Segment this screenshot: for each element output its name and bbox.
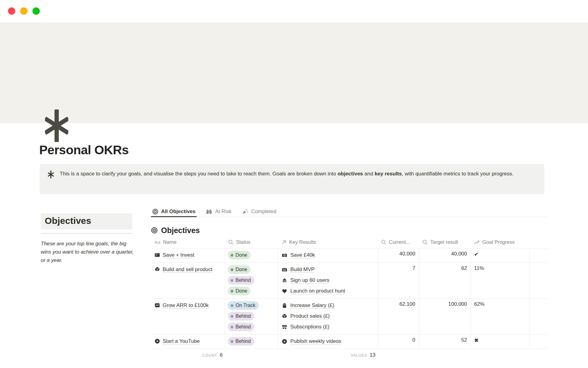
key-result-link[interactable]: Product sales (£) xyxy=(290,313,330,319)
tab-all-objectives[interactable]: All Objectives xyxy=(151,206,197,217)
column-label: Status xyxy=(236,239,251,245)
page-title: Personal OKRs xyxy=(39,143,129,157)
spacer-cell xyxy=(530,263,548,298)
status-pill-done[interactable]: Done xyxy=(228,265,251,274)
key-result-link[interactable]: Publish weekly videos xyxy=(290,338,341,344)
target-result-cell[interactable]: 40,000 xyxy=(419,248,471,263)
objective-name-cell: Grow ARR to £100k xyxy=(151,299,225,334)
tab-at-risk[interactable]: At Risk xyxy=(205,206,233,217)
table-row: Start a YouTube Behind Publish weekly vi… xyxy=(151,335,548,349)
cover-image[interactable] xyxy=(0,22,588,123)
sidebar-description: These are your top line goals, the big w… xyxy=(41,240,136,264)
goal-progress-cell: ✖ xyxy=(471,335,530,349)
status-label: Done xyxy=(236,288,247,294)
key-results-cell: Build MVP Sign up 60 users Launch on pro… xyxy=(278,263,378,298)
tab-label: All Objectives xyxy=(161,209,195,215)
table-row: Build and sell product Done Behind Done … xyxy=(151,263,548,299)
close-button[interactable] xyxy=(8,7,15,15)
status-dot xyxy=(231,254,233,257)
key-result-item: Increase Salary (£) xyxy=(282,301,374,310)
values-aggregate[interactable]: VALUES13 xyxy=(151,352,375,358)
page-icon-asterisk[interactable] xyxy=(45,109,68,142)
main-content: All Objectives At Risk xyxy=(151,206,548,362)
zoom-button[interactable] xyxy=(32,7,40,15)
window-titlebar xyxy=(0,0,588,22)
status-cell: Behind xyxy=(225,335,278,349)
current-result-cell[interactable]: 0 xyxy=(378,335,419,349)
binoculars-icon xyxy=(206,209,212,215)
column-header-spacer xyxy=(530,236,548,248)
objective-name-cell: Build and sell product xyxy=(151,263,225,298)
keyboard-icon xyxy=(282,267,287,272)
current-result-cell[interactable]: 62,100 xyxy=(378,299,419,334)
check-mark: ✔ xyxy=(474,251,479,257)
objective-link[interactable]: Start a YouTube xyxy=(163,338,200,344)
column-header-status[interactable]: Status xyxy=(225,236,278,248)
tab-completed[interactable]: Completed xyxy=(241,206,277,217)
spacer-cell xyxy=(530,248,548,263)
column-label: Key Results xyxy=(289,239,316,245)
target-result-cell[interactable]: 100,000 xyxy=(419,299,471,334)
key-result-link[interactable]: Launch on product hunt xyxy=(290,288,345,294)
play-icon xyxy=(155,339,160,344)
current-result-cell[interactable]: 7 xyxy=(378,263,419,298)
key-result-link[interactable]: Sign up 60 users xyxy=(290,277,330,283)
spacer-cell xyxy=(530,335,548,349)
status-pill-behind[interactable]: Behind xyxy=(228,312,254,320)
status-pill-behind[interactable]: Behind xyxy=(228,337,254,346)
package-icon xyxy=(282,314,287,319)
objective-link[interactable]: Save + Invest xyxy=(163,252,194,258)
tab-label: Completed xyxy=(251,209,276,215)
status-dot xyxy=(231,315,233,318)
target-icon xyxy=(151,227,158,234)
column-header-name[interactable]: Aa Name xyxy=(151,236,225,248)
table-section-title: Objectives xyxy=(161,226,200,235)
column-header-key-results[interactable]: Key Results xyxy=(278,236,378,248)
callout: This is a space to clarify your goals, a… xyxy=(40,164,544,194)
status-dot xyxy=(231,290,233,293)
key-result-link[interactable]: Build MVP xyxy=(290,266,315,273)
bag-icon xyxy=(282,303,287,308)
minimize-button[interactable] xyxy=(20,7,28,15)
objective-link[interactable]: Build and sell product xyxy=(163,266,213,272)
table-footer: COUNT6 VALUES13 xyxy=(151,349,548,362)
status-pill-behind[interactable]: Behind xyxy=(228,276,254,285)
asterisk-icon xyxy=(45,109,68,142)
status-pill-done[interactable]: Done xyxy=(228,287,251,295)
status-pill-done[interactable]: Done xyxy=(228,251,251,259)
status-label: Behind xyxy=(236,339,251,344)
callout-bold-key-results: key results xyxy=(375,171,402,177)
target-result-cell[interactable]: 52 xyxy=(419,335,471,349)
target-icon xyxy=(152,209,158,215)
status-pill-on-track[interactable]: On Track xyxy=(228,301,259,310)
key-result-link[interactable]: Increase Salary (£) xyxy=(290,302,334,309)
line-chart-icon xyxy=(474,240,480,245)
relation-arrow-icon xyxy=(281,240,287,245)
table-row: Save + Invest Done Save £40k 40,000 40,0… xyxy=(151,248,548,263)
package-icon xyxy=(155,267,160,272)
credit-card-icon xyxy=(155,252,160,258)
key-result-link[interactable]: Save £40k xyxy=(290,252,315,258)
status-label: Done xyxy=(236,267,247,272)
column-label: Goal Progress xyxy=(482,239,514,245)
current-result-cell[interactable]: 40,000 xyxy=(378,248,419,263)
column-label: Current... xyxy=(389,239,410,245)
status-pill-behind[interactable]: Behind xyxy=(228,323,254,331)
column-header-target[interactable]: Target result xyxy=(419,236,471,248)
key-result-link[interactable]: Subscriptions (£) xyxy=(290,324,330,330)
tab-label: At Risk xyxy=(215,209,232,215)
magnifier-icon xyxy=(422,240,428,245)
objective-name-cell: Start a YouTube xyxy=(151,335,225,349)
column-header-current[interactable]: Current... xyxy=(378,236,419,248)
magnifier-icon xyxy=(228,240,234,245)
target-result-cell[interactable]: 62 xyxy=(419,263,471,298)
callout-text-part1: This is a space to clarify your goals, a… xyxy=(60,171,337,177)
callout-text: This is a space to clarify your goals, a… xyxy=(60,169,514,189)
key-result-item: Launch on product hunt xyxy=(282,287,374,295)
sidebar-divider xyxy=(41,233,132,234)
column-header-goal-progress[interactable]: Goal Progress xyxy=(471,236,530,248)
key-result-item: Product sales (£) xyxy=(282,312,374,320)
status-label: Behind xyxy=(236,278,251,283)
table-section-header: Objectives xyxy=(151,224,548,236)
objective-link[interactable]: Grow ARR to £100k xyxy=(163,302,209,308)
